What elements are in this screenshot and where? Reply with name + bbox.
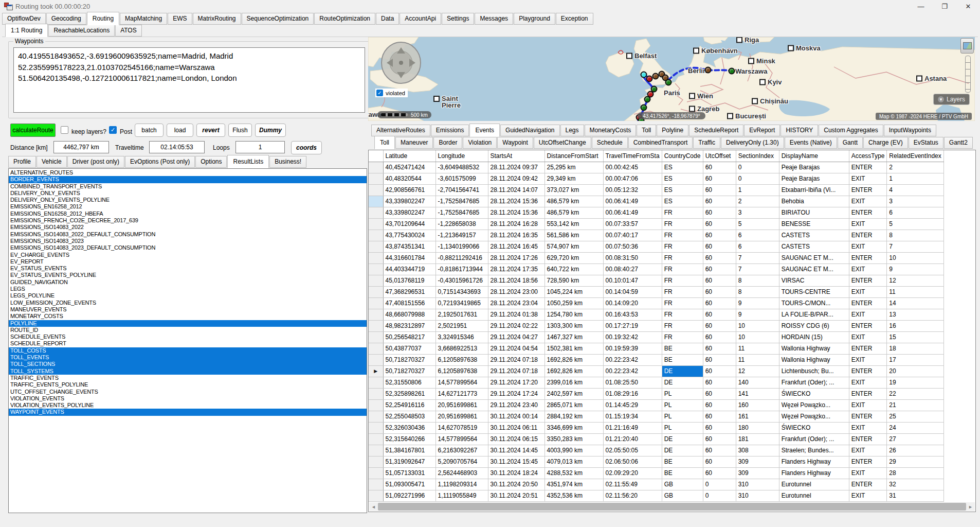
cell-countrycode[interactable]: PL [662, 388, 703, 399]
cell-startsat[interactable]: 29.11.2024 04:54 [488, 343, 545, 354]
cell-displayname[interactable]: ŚWIECKO [779, 388, 849, 399]
result-list-item-utc-offset-change-events[interactable]: UTC_OFFSET_CHANGE_EVENTS [9, 389, 367, 395]
grid-row[interactable]: 52,32603043614,62707851930.11.2024 06:11… [369, 422, 943, 433]
event-tab-deliveryonly-1-30[interactable]: DeliveryOnly (1.30) [721, 137, 784, 149]
cell-longitude[interactable]: -0,43015961726 [435, 275, 488, 286]
cell-displayname[interactable]: HORDAIN (15) [779, 331, 849, 343]
option-tab-resultlists[interactable]: ResultLists [227, 155, 269, 168]
cell-traveltimefromsta[interactable]: 01.08:25:50 [603, 377, 662, 388]
cell-accesstype[interactable]: ENTER [849, 411, 887, 422]
cell-displayname[interactable]: SAUGNAC ET M... [779, 252, 849, 264]
cell-distancefromstart[interactable]: 1050,259 km [545, 297, 603, 309]
cell-sectionindex[interactable]: 5 [736, 218, 779, 230]
cell-displayname[interactable]: BENESSE [779, 218, 849, 230]
cell-sectionindex[interactable]: 161 [736, 411, 779, 422]
result-list-item-emissions-iso14083-2022-default-consumption[interactable]: EMISSIONS_ISO14083_2022_DEFAULT_CONSUMPT… [9, 231, 367, 238]
cell-latitude[interactable]: 43,339802247 [383, 207, 435, 218]
scroll-left-arrow[interactable]: ◄ [369, 504, 378, 510]
cell-accesstype[interactable]: EXIT [849, 218, 887, 230]
cell-distancefromstart[interactable]: 486,579 km [545, 196, 603, 207]
cell-relatedeventindex[interactable]: 24 [887, 422, 943, 433]
cell-displayname[interactable]: Eurotunnel [779, 479, 849, 490]
cell-utcoffset[interactable]: 60 [703, 331, 736, 343]
result-list-item-border-events[interactable]: BORDER_EVENTS [9, 176, 367, 183]
cell-latitude[interactable]: 44,316601784 [383, 252, 435, 264]
result-list-item-legs[interactable]: LEGS [9, 286, 367, 292]
current-row-indicator[interactable]: ▶ [369, 365, 383, 377]
result-list-item-route-id[interactable]: ROUTE_ID [9, 327, 367, 333]
result-list-item-monetary-costs[interactable]: MONETARY_COSTS [9, 313, 367, 320]
cell-accesstype[interactable]: EXIT [849, 196, 887, 207]
menu-tab-optiflowdev[interactable]: OptiflowDev [2, 13, 46, 25]
cell-latitude[interactable]: 51,384167801 [383, 445, 435, 456]
event-tab-utcoffsetchange[interactable]: UtcOffsetChange [534, 137, 591, 149]
cell-longitude[interactable]: 1,1198209314 [435, 479, 488, 490]
menu-tab-mapmatching[interactable]: MapMatching [120, 13, 167, 25]
cell-longitude[interactable]: -3,601575099 [435, 173, 488, 184]
cell-displayname[interactable]: Straelen; Bundes... [779, 445, 849, 456]
row-header[interactable] [369, 331, 383, 343]
grid-row[interactable]: 51,3841678016,216309226730.11.2024 14:45… [369, 445, 943, 456]
cell-latitude[interactable]: 51,057133031 [383, 467, 435, 479]
cell-accesstype[interactable]: ENTER [849, 184, 887, 196]
cell-distancefromstart[interactable]: 640,722 km [545, 264, 603, 275]
post-checkbox[interactable] [109, 126, 117, 134]
cell-latitude[interactable]: 50,718270327 [383, 354, 435, 365]
map-zoom-slider[interactable] [965, 56, 971, 93]
cell-utcoffset[interactable]: 60 [703, 241, 736, 252]
cell-relatedeventindex[interactable]: 14 [887, 297, 943, 309]
menu-tab-data[interactable]: Data [376, 13, 399, 25]
event-tab-waypoint[interactable]: Waypoint [497, 137, 533, 149]
cell-startsat[interactable]: 30.11.2024 18:24 [488, 467, 545, 479]
result-list-item-emissions-iso14083-2023[interactable]: EMISSIONS_ISO14083_2023 [9, 238, 367, 244]
row-header[interactable] [369, 343, 383, 354]
cell-utcoffset[interactable]: 60 [703, 275, 736, 286]
cell-longitude[interactable]: 0,72193419865 [435, 297, 488, 309]
result-tab-monetarycosts[interactable]: MonetaryCosts [585, 125, 637, 136]
cell-sectionindex[interactable]: 310 [736, 479, 779, 490]
cell-utcoffset[interactable]: 60 [703, 252, 736, 264]
grid-column-header-displayname[interactable]: DisplayName [779, 150, 849, 162]
cell-utcoffset[interactable]: 60 [703, 445, 736, 456]
result-tab-guidednavigation[interactable]: GuidedNavigation [500, 125, 559, 136]
option-tab-driver-post-only[interactable]: Driver (post only) [67, 156, 124, 168]
cell-distancefromstart[interactable]: 373,027 km [545, 184, 603, 196]
grid-column-header-latitude[interactable]: Latitude [383, 150, 435, 162]
cell-countrycode[interactable]: GB [662, 479, 703, 490]
cell-displayname[interactable]: Wallonia Highway [779, 354, 849, 365]
cell-traveltimefromsta[interactable]: 01.14:45:29 [603, 399, 662, 411]
layers-button[interactable]: ▼ Layers [933, 94, 970, 105]
cell-traveltimefromsta[interactable]: 00.10:01:47 [603, 275, 662, 286]
menu-tab-settings[interactable]: Settings [442, 13, 474, 25]
result-list-item-ev-status-events[interactable]: EV_STATUS_EVENTS [9, 265, 367, 272]
row-header[interactable] [369, 286, 383, 297]
cell-relatedeventindex[interactable]: 31 [887, 490, 943, 501]
cell-sectionindex[interactable]: 7 [736, 264, 779, 275]
cell-sectionindex[interactable]: 11 [736, 343, 779, 354]
cell-accesstype[interactable]: ENTER [849, 207, 887, 218]
cell-latitude[interactable]: 52,255048503 [383, 411, 435, 422]
cell-startsat[interactable]: 28.11.2024 09:37 [488, 162, 545, 173]
cell-longitude[interactable]: 14,627121773 [435, 388, 488, 399]
cell-startsat[interactable]: 28.11.2024 15:36 [488, 207, 545, 218]
row-header[interactable] [369, 354, 383, 365]
result-list-item-violation-events-polyline[interactable]: VIOLATION_EVENTS_POLYLINE [9, 402, 367, 409]
result-list-item-emissions-iso14083-2023-default-consumption[interactable]: EMISSIONS_ISO14083_2023_DEFAULT_CONSUMPT… [9, 244, 367, 251]
event-tab-border[interactable]: Border [433, 137, 462, 149]
cell-countrycode[interactable]: BE [662, 456, 703, 467]
cell-relatedeventindex[interactable]: 26 [887, 445, 943, 456]
cell-countrycode[interactable]: DE [662, 433, 703, 445]
menu-tab-routeoptimization[interactable]: RouteOptimization [314, 13, 375, 25]
menu-tab-accountapi[interactable]: AccountApi [400, 13, 441, 25]
event-tab-gantt2[interactable]: Gantt2 [944, 137, 973, 149]
result-tab-legs[interactable]: Legs [560, 125, 584, 136]
cell-distancefromstart[interactable]: 553,142 km [545, 218, 603, 230]
cell-relatedeventindex[interactable]: 19 [887, 377, 943, 388]
cell-longitude[interactable]: 0,71514343693 [435, 286, 488, 297]
cell-countrycode[interactable]: FR [662, 207, 703, 218]
cell-startsat[interactable]: 28.11.2024 17:35 [488, 264, 545, 275]
grid-row[interactable]: 43,775430024-1,21364915728.11.2024 16:35… [369, 230, 943, 241]
cell-countrycode[interactable]: FR [662, 309, 703, 320]
result-list-item-violation-events[interactable]: VIOLATION_EVENTS [9, 395, 367, 402]
cell-distancefromstart[interactable]: 486,579 km [545, 207, 603, 218]
